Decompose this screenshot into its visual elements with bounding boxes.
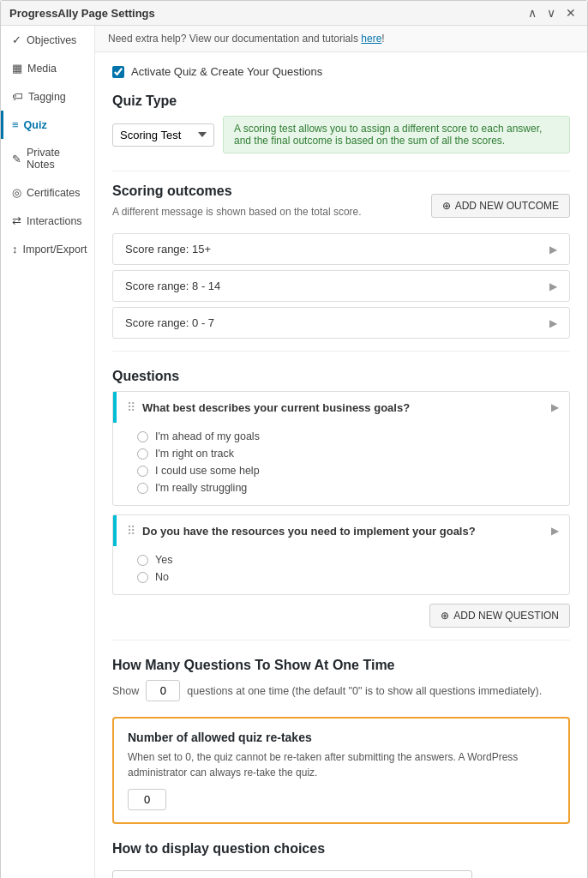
question-option-1-1: No — [137, 568, 557, 586]
radio-circle-1-1 — [137, 572, 148, 583]
help-link[interactable]: here — [361, 33, 381, 45]
question-option-0-3: I'm really struggling — [137, 479, 557, 496]
radio-circle-0-1 — [137, 448, 148, 460]
question-header-0: ⠿ What best describes your current busin… — [113, 392, 569, 423]
sidebar-item-interactions[interactable]: ⇄ Interactions — [1, 207, 94, 235]
divider-1 — [112, 171, 570, 171]
question-chevron-1[interactable]: ▶ — [551, 525, 559, 537]
score-range-item-2[interactable]: Score range: 0 - 7 ▶ — [112, 307, 570, 339]
retakes-desc: When set to 0, the quiz cannot be re-tak… — [128, 749, 555, 780]
display-choices-select[interactable]: Show the choices as a list (radio button… — [112, 870, 472, 878]
question-item-1: ⠿ Do you have the resources you need to … — [112, 514, 570, 595]
main-window: ProgressAlly Page Settings ∧ ∨ ✕ ✓ Objec… — [0, 0, 588, 878]
main-layout: ✓ Objectives ▦ Media 🏷 Tagging ≡ Quiz ✎ … — [1, 26, 587, 878]
title-bar: ProgressAlly Page Settings ∧ ∨ ✕ — [1, 1, 587, 26]
help-text: Need extra help? View our documentation … — [108, 33, 361, 45]
divider-3 — [112, 640, 570, 640]
retakes-title: Number of allowed quiz re-takes — [128, 731, 555, 744]
radio-circle-0-2 — [137, 466, 148, 477]
sidebar-item-label: Objectives — [27, 34, 76, 46]
radio-circle-0-0 — [137, 431, 148, 442]
score-range-label-1: Score range: 8 - 14 — [125, 280, 220, 292]
add-outcome-button[interactable]: ⊕ ADD NEW OUTCOME — [431, 194, 570, 218]
retakes-box: Number of allowed quiz re-takes When set… — [112, 717, 570, 824]
drag-handle-1[interactable]: ⠿ — [127, 524, 135, 538]
activate-row: Activate Quiz & Create Your Questions — [112, 65, 570, 78]
activate-checkbox[interactable] — [112, 66, 124, 78]
display-choices-section: How to display question choices Show the… — [112, 841, 570, 878]
retakes-input[interactable] — [128, 789, 166, 810]
how-many-heading: How Many Questions To Show At One Time — [112, 658, 570, 673]
drag-handle-0[interactable]: ⠿ — [127, 400, 135, 414]
chevron-right-icon-2: ▶ — [549, 317, 557, 329]
sidebar-item-import-export[interactable]: ↕ Import/Export — [1, 235, 94, 263]
window-title: ProgressAlly Page Settings — [9, 7, 155, 20]
question-header-1: ⠿ Do you have the resources you need to … — [113, 515, 569, 546]
score-range-item-1[interactable]: Score range: 8 - 14 ▶ — [112, 270, 570, 302]
quiz-type-section: Quiz Type Scoring Test Standard Test Sur… — [112, 93, 570, 153]
add-question-button[interactable]: ⊕ ADD NEW QUESTION — [429, 604, 570, 628]
plus-icon: ⊕ — [442, 200, 451, 212]
option-label-0-0: I'm ahead of my goals — [155, 430, 260, 442]
title-bar-controls: ∧ ∨ ✕ — [525, 6, 579, 20]
option-label-0-2: I could use some help — [155, 465, 260, 477]
sidebar-item-private-notes[interactable]: ✎ Private Notes — [1, 139, 94, 178]
title-chevron-up-btn[interactable]: ∧ — [525, 6, 539, 20]
interactions-icon: ⇄ — [12, 214, 21, 227]
quiz-type-row: Scoring Test Standard Test Survey A scor… — [112, 116, 570, 153]
outcomes-heading: Scoring outcomes — [112, 183, 362, 199]
score-range-item-0[interactable]: Score range: 15+ ▶ — [112, 233, 570, 265]
sidebar-item-label: Import/Export — [23, 244, 87, 256]
objectives-icon: ✓ — [12, 33, 21, 46]
add-question-label: ADD NEW QUESTION — [453, 610, 559, 622]
question-option-1-0: Yes — [137, 551, 557, 568]
quiz-icon: ≡ — [12, 118, 19, 131]
private-notes-icon: ✎ — [12, 153, 21, 165]
sidebar-item-label: Quiz — [24, 119, 47, 131]
plus-icon-q: ⊕ — [441, 610, 449, 622]
question-option-0-1: I'm right on track — [137, 445, 557, 462]
sidebar-item-media[interactable]: ▦ Media — [1, 54, 94, 82]
display-choices-heading: How to display question choices — [112, 841, 570, 857]
radio-circle-0-3 — [137, 483, 148, 494]
option-label-1-0: Yes — [155, 554, 172, 566]
help-bar: Need extra help? View our documentation … — [95, 26, 587, 52]
sidebar-item-quiz[interactable]: ≡ Quiz — [1, 111, 94, 139]
import-export-icon: ↕ — [12, 243, 18, 256]
show-input[interactable] — [146, 680, 180, 701]
question-chevron-0[interactable]: ▶ — [551, 401, 559, 413]
score-range-label-2: Score range: 0 - 7 — [125, 316, 214, 329]
question-options-0: I'm ahead of my goals I'm right on track… — [113, 423, 569, 505]
question-options-1: Yes No — [113, 546, 569, 594]
outcomes-title-block: Scoring outcomes A different message is … — [112, 183, 362, 228]
chevron-right-icon-1: ▶ — [549, 280, 557, 292]
how-many-section: How Many Questions To Show At One Time S… — [112, 658, 570, 701]
option-label-0-3: I'm really struggling — [155, 482, 247, 494]
sidebar-item-label: Tagging — [28, 91, 66, 103]
option-label-1-1: No — [155, 571, 169, 583]
score-range-label-0: Score range: 15+ — [125, 243, 211, 256]
content-inner: Activate Quiz & Create Your Questions Qu… — [95, 52, 587, 878]
question-title-0: What best describes your current busines… — [142, 401, 551, 414]
question-title-1: Do you have the resources you need to im… — [142, 525, 551, 538]
quiz-type-heading: Quiz Type — [112, 93, 570, 109]
question-option-0-2: I could use some help — [137, 462, 557, 479]
quiz-type-select[interactable]: Scoring Test Standard Test Survey — [112, 123, 214, 147]
sidebar: ✓ Objectives ▦ Media 🏷 Tagging ≡ Quiz ✎ … — [1, 26, 95, 878]
add-outcome-label: ADD NEW OUTCOME — [455, 200, 559, 212]
option-label-0-1: I'm right on track — [155, 448, 234, 460]
quiz-type-note: A scoring test allows you to assign a di… — [223, 116, 570, 153]
sidebar-item-label: Certificates — [27, 187, 81, 199]
title-chevron-down-btn[interactable]: ∨ — [544, 6, 558, 20]
sidebar-item-objectives[interactable]: ✓ Objectives — [1, 26, 94, 54]
sidebar-item-label: Private Notes — [27, 147, 86, 171]
outcomes-subtext: A different message is shown based on th… — [112, 206, 362, 218]
title-close-btn[interactable]: ✕ — [563, 6, 579, 20]
sidebar-item-tagging[interactable]: 🏷 Tagging — [1, 82, 94, 111]
question-item-0: ⠿ What best describes your current busin… — [112, 391, 570, 506]
scoring-outcomes-section: Scoring outcomes A different message is … — [112, 183, 570, 339]
show-row: Show questions at one time (the default … — [112, 680, 570, 701]
sidebar-item-certificates[interactable]: ◎ Certificates — [1, 178, 94, 207]
tagging-icon: 🏷 — [12, 90, 23, 103]
show-label: Show — [112, 685, 139, 697]
